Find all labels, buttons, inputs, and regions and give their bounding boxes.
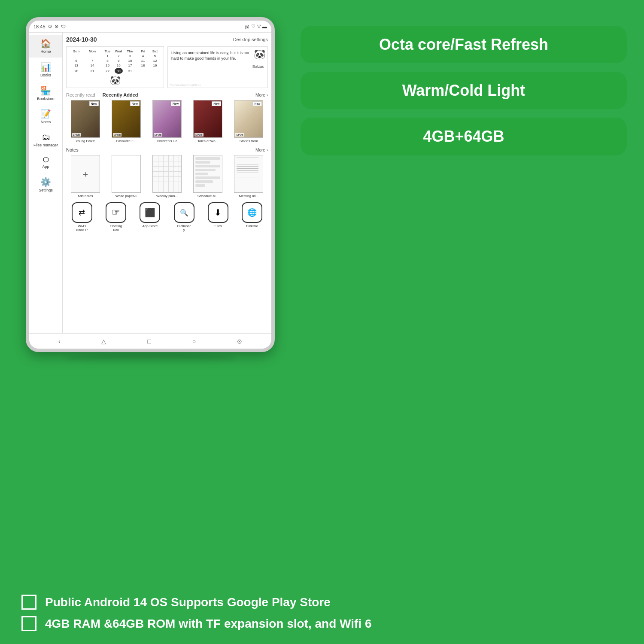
sidebar-item-files[interactable]: 🗂 Files manager xyxy=(29,129,62,151)
book-badge-4: New xyxy=(212,101,221,106)
at-icon: @ xyxy=(245,24,249,29)
floating-ball-icon: ☞ xyxy=(106,202,126,223)
quote-widget: 🐼 Living an unrestrained life is easy, b… xyxy=(167,46,268,88)
book-title-4: Tales of Wo... xyxy=(197,139,218,143)
book-title-5: Stories from xyxy=(240,139,258,143)
app-icon: ⬡ xyxy=(43,155,49,164)
bottom-section: Public Android 14 OS Supports Google Pla… xyxy=(0,584,644,644)
nav-recent-icon[interactable]: □ xyxy=(147,338,151,345)
app-item-floating[interactable]: ☞ FloatingBall xyxy=(100,202,131,232)
books-row: New EPUB Young Folks' New EPUB xyxy=(66,100,268,143)
feature-octa-text: Octa core/Fast Refresh xyxy=(316,35,612,54)
app-item-files[interactable]: ⬇ Files xyxy=(202,202,234,232)
main-content-area: 🏠 Home 📊 Books 🏪 Bookstore xyxy=(29,33,271,333)
sidebar-item-settings[interactable]: ⚙️ Settings xyxy=(29,173,62,196)
nav-back-icon[interactable]: ‹ xyxy=(58,338,61,345)
cal-header-sun: Sun xyxy=(69,49,84,54)
time-display: 18:45 xyxy=(33,24,46,29)
cal-header-tue: Tue xyxy=(100,49,115,54)
sidebar-bookstore-label: Bookstore xyxy=(37,97,55,101)
files-app-icon: ⬇ xyxy=(208,202,228,223)
sidebar: 🏠 Home 📊 Books 🏪 Bookstore xyxy=(29,33,63,333)
note-cover-add: ＋ xyxy=(71,155,100,193)
book-item-1[interactable]: New EPUB Young Folks' xyxy=(66,100,104,143)
quote-author: Balzac xyxy=(171,64,264,69)
checkbox-icon-1 xyxy=(21,595,36,610)
sidebar-home-label: Home xyxy=(40,49,51,54)
app-item-dictionary[interactable]: 🔍 Dictionary xyxy=(168,202,200,232)
book-cover-4: New EPUB xyxy=(193,100,222,138)
sidebar-app-label: App xyxy=(42,164,49,169)
book-item-3[interactable]: New EPUB Children's Ho xyxy=(148,100,186,143)
note-item-schedule[interactable]: Schedule M... xyxy=(189,155,227,198)
top-section: 18:45 ⊙ ⊙ 🛡 @ ♡ ▽ ▬ xyxy=(0,0,644,584)
notes-more-link[interactable]: More › xyxy=(255,148,268,152)
quote-panda-icon: 🐼 xyxy=(254,49,265,60)
app-shortcuts: ⇄ Wi-FiBook Tr ☞ FloatingBall ⬛ App Stor… xyxy=(66,202,268,232)
book-item-2[interactable]: New EPUB Favourite F... xyxy=(107,100,145,143)
note-item-add[interactable]: ＋ Add notes xyxy=(66,155,104,198)
app-item-einkbro[interactable]: 🌐 EinkBro xyxy=(237,202,268,232)
note-item-meeting[interactable]: Meeting mi... xyxy=(230,155,268,198)
calendar-panda: 🐼 xyxy=(69,75,161,85)
nav-settings-icon[interactable]: ⊙ xyxy=(237,338,242,345)
recently-added-label: Recently Added xyxy=(103,92,138,97)
files-icon: 🗂 xyxy=(42,132,50,142)
note-item-weekly[interactable]: Weekly plan... xyxy=(148,155,186,198)
cal-header-sat: Sat xyxy=(149,49,161,54)
note-title-meeting: Meeting mi... xyxy=(239,194,259,198)
note-item-white[interactable]: White paper-1 xyxy=(107,155,145,198)
bottom-item-2: 4GB RAM &64GB ROM with TF expansion slot… xyxy=(21,616,623,631)
feature-badge-octa: Octa core/Fast Refresh xyxy=(301,26,627,63)
app-label-files: Files xyxy=(215,224,222,228)
status-icon-1: ⊙ xyxy=(48,24,52,29)
device-container: 18:45 ⊙ ⊙ 🛡 @ ♡ ▽ ▬ xyxy=(17,17,283,575)
sidebar-item-books[interactable]: 📊 Books xyxy=(29,58,62,81)
cal-header-mon: Mon xyxy=(84,49,100,54)
home-icon: 🏠 xyxy=(40,38,51,49)
sidebar-item-home[interactable]: 🏠 Home xyxy=(29,35,62,58)
book-cover-1: New EPUB xyxy=(71,100,100,138)
app-item-appstore[interactable]: ⬛ App Store xyxy=(134,202,166,232)
book-badge-5: New xyxy=(252,101,262,106)
page-wrapper: 18:45 ⊙ ⊙ 🛡 @ ♡ ▽ ▬ xyxy=(0,0,644,644)
note-cover-meeting xyxy=(234,155,263,193)
desktop-settings-link[interactable]: Desktop settings xyxy=(233,37,268,42)
book-item-4[interactable]: New EPUB Tales of Wo... xyxy=(189,100,227,143)
sidebar-item-bookstore[interactable]: 🏪 Bookstore xyxy=(29,82,62,105)
status-left: 18:45 ⊙ ⊙ 🛡 xyxy=(33,24,66,29)
calendar-widget: Sun Mon Tue Wed Thu Fri Sat xyxy=(66,46,164,88)
cal-header-fri: Fri xyxy=(137,49,149,54)
note-schedule-content xyxy=(194,155,222,192)
checkbox-icon-2 xyxy=(21,616,36,631)
notes-section-title: Notes xyxy=(66,147,79,152)
app-label-einkbro: EinkBro xyxy=(246,224,258,228)
book-format-4: EPUB xyxy=(194,133,203,137)
bottom-text-1: Public Android 14 OS Supports Google Pla… xyxy=(45,595,331,609)
recently-read-label: Recently read xyxy=(66,92,95,97)
device-screen: 18:45 ⊙ ⊙ 🛡 @ ♡ ▽ ▬ xyxy=(29,21,271,349)
date-header: 2024-10-30 Desktop settings xyxy=(66,36,268,43)
book-title-1: Young Folks' xyxy=(76,139,95,143)
wifi-book-icon: ⇄ xyxy=(72,202,92,223)
nav-bar: ‹ △ □ ○ ⊙ xyxy=(29,333,271,349)
quote-text: Living an unrestrained life is easy, but… xyxy=(171,50,264,61)
status-icon-2: ⊙ xyxy=(55,24,58,29)
einkbro-icon: 🌐 xyxy=(242,202,262,223)
book-item-5[interactable]: New EPUB Stories from xyxy=(230,100,268,143)
books-more-link[interactable]: More › xyxy=(255,93,268,97)
app-item-wifi[interactable]: ⇄ Wi-FiBook Tr xyxy=(66,202,97,232)
note-cover-schedule xyxy=(193,155,222,193)
feature-light-text: Warm/Cold Light xyxy=(316,81,612,100)
watermark: TechnicallyaGreatStore xyxy=(170,84,201,87)
sidebar-item-notes[interactable]: 📝 Notes xyxy=(29,105,62,128)
cal-row-2: 6 7 8 9 10 11 12 xyxy=(69,58,161,63)
book-badge-2: New xyxy=(130,101,140,106)
cal-row-1: 1 2 3 4 5 xyxy=(69,54,161,58)
note-cover-weekly xyxy=(152,155,182,193)
book-badge-1: New xyxy=(89,101,99,106)
nav-circle-icon[interactable]: ○ xyxy=(192,338,196,345)
separator: | xyxy=(98,92,100,97)
nav-home-icon[interactable]: △ xyxy=(101,338,106,345)
sidebar-item-app[interactable]: ⬡ App xyxy=(29,152,62,173)
